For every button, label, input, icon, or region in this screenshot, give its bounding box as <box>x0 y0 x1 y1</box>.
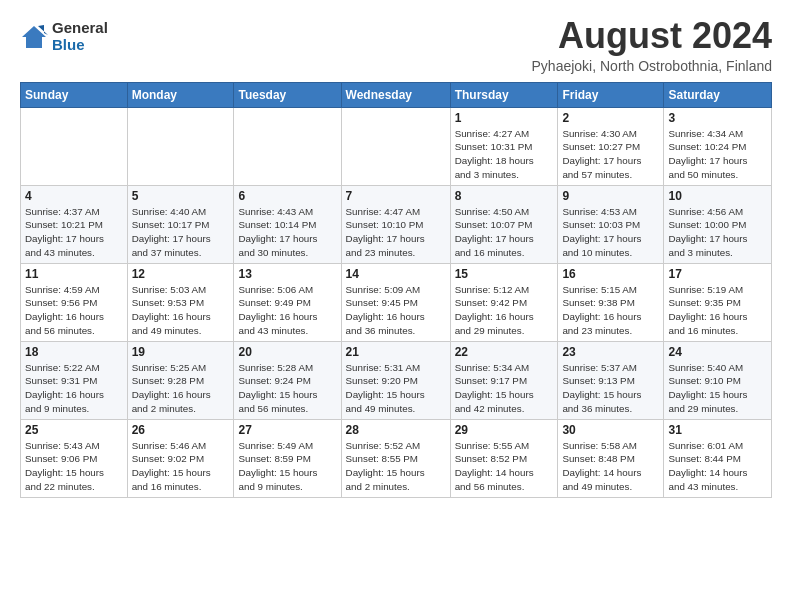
day-number: 20 <box>238 345 336 359</box>
table-row: 27Sunrise: 5:49 AM Sunset: 8:59 PM Dayli… <box>234 419 341 497</box>
table-row: 15Sunrise: 5:12 AM Sunset: 9:42 PM Dayli… <box>450 263 558 341</box>
day-info: Sunrise: 5:25 AM Sunset: 9:28 PM Dayligh… <box>132 361 230 416</box>
col-thursday: Thursday <box>450 82 558 107</box>
day-info: Sunrise: 4:50 AM Sunset: 10:07 PM Daylig… <box>455 205 554 260</box>
day-number: 26 <box>132 423 230 437</box>
day-number: 21 <box>346 345 446 359</box>
day-info: Sunrise: 5:22 AM Sunset: 9:31 PM Dayligh… <box>25 361 123 416</box>
logo: General Blue <box>20 20 108 53</box>
table-row: 10Sunrise: 4:56 AM Sunset: 10:00 PM Dayl… <box>664 185 772 263</box>
calendar-week-row: 4Sunrise: 4:37 AM Sunset: 10:21 PM Dayli… <box>21 185 772 263</box>
page: General Blue August 2024 Pyhaejoki, Nort… <box>0 0 792 508</box>
calendar-header-row: Sunday Monday Tuesday Wednesday Thursday… <box>21 82 772 107</box>
col-sunday: Sunday <box>21 82 128 107</box>
day-number: 23 <box>562 345 659 359</box>
day-info: Sunrise: 5:28 AM Sunset: 9:24 PM Dayligh… <box>238 361 336 416</box>
day-number: 7 <box>346 189 446 203</box>
day-info: Sunrise: 5:43 AM Sunset: 9:06 PM Dayligh… <box>25 439 123 494</box>
day-number: 24 <box>668 345 767 359</box>
table-row: 31Sunrise: 6:01 AM Sunset: 8:44 PM Dayli… <box>664 419 772 497</box>
day-number: 8 <box>455 189 554 203</box>
table-row: 22Sunrise: 5:34 AM Sunset: 9:17 PM Dayli… <box>450 341 558 419</box>
logo-general-text: General <box>52 20 108 37</box>
day-number: 19 <box>132 345 230 359</box>
calendar-week-row: 1Sunrise: 4:27 AM Sunset: 10:31 PM Dayli… <box>21 107 772 185</box>
day-number: 29 <box>455 423 554 437</box>
table-row: 28Sunrise: 5:52 AM Sunset: 8:55 PM Dayli… <box>341 419 450 497</box>
day-info: Sunrise: 5:12 AM Sunset: 9:42 PM Dayligh… <box>455 283 554 338</box>
day-number: 2 <box>562 111 659 125</box>
day-info: Sunrise: 5:19 AM Sunset: 9:35 PM Dayligh… <box>668 283 767 338</box>
table-row: 29Sunrise: 5:55 AM Sunset: 8:52 PM Dayli… <box>450 419 558 497</box>
table-row: 18Sunrise: 5:22 AM Sunset: 9:31 PM Dayli… <box>21 341 128 419</box>
day-number: 25 <box>25 423 123 437</box>
day-info: Sunrise: 5:52 AM Sunset: 8:55 PM Dayligh… <box>346 439 446 494</box>
day-info: Sunrise: 5:03 AM Sunset: 9:53 PM Dayligh… <box>132 283 230 338</box>
day-info: Sunrise: 4:43 AM Sunset: 10:14 PM Daylig… <box>238 205 336 260</box>
day-info: Sunrise: 5:49 AM Sunset: 8:59 PM Dayligh… <box>238 439 336 494</box>
day-info: Sunrise: 4:59 AM Sunset: 9:56 PM Dayligh… <box>25 283 123 338</box>
day-info: Sunrise: 4:47 AM Sunset: 10:10 PM Daylig… <box>346 205 446 260</box>
table-row: 1Sunrise: 4:27 AM Sunset: 10:31 PM Dayli… <box>450 107 558 185</box>
day-number: 13 <box>238 267 336 281</box>
table-row <box>341 107 450 185</box>
day-number: 3 <box>668 111 767 125</box>
day-info: Sunrise: 4:40 AM Sunset: 10:17 PM Daylig… <box>132 205 230 260</box>
table-row: 26Sunrise: 5:46 AM Sunset: 9:02 PM Dayli… <box>127 419 234 497</box>
table-row: 20Sunrise: 5:28 AM Sunset: 9:24 PM Dayli… <box>234 341 341 419</box>
day-info: Sunrise: 6:01 AM Sunset: 8:44 PM Dayligh… <box>668 439 767 494</box>
table-row: 24Sunrise: 5:40 AM Sunset: 9:10 PM Dayli… <box>664 341 772 419</box>
title-area: August 2024 Pyhaejoki, North Ostrobothni… <box>532 16 772 74</box>
calendar: Sunday Monday Tuesday Wednesday Thursday… <box>20 82 772 498</box>
day-info: Sunrise: 5:31 AM Sunset: 9:20 PM Dayligh… <box>346 361 446 416</box>
day-info: Sunrise: 5:06 AM Sunset: 9:49 PM Dayligh… <box>238 283 336 338</box>
table-row: 17Sunrise: 5:19 AM Sunset: 9:35 PM Dayli… <box>664 263 772 341</box>
table-row <box>127 107 234 185</box>
table-row: 23Sunrise: 5:37 AM Sunset: 9:13 PM Dayli… <box>558 341 664 419</box>
day-info: Sunrise: 4:27 AM Sunset: 10:31 PM Daylig… <box>455 127 554 182</box>
day-info: Sunrise: 4:34 AM Sunset: 10:24 PM Daylig… <box>668 127 767 182</box>
table-row <box>21 107 128 185</box>
table-row: 21Sunrise: 5:31 AM Sunset: 9:20 PM Dayli… <box>341 341 450 419</box>
day-info: Sunrise: 5:40 AM Sunset: 9:10 PM Dayligh… <box>668 361 767 416</box>
day-info: Sunrise: 4:56 AM Sunset: 10:00 PM Daylig… <box>668 205 767 260</box>
logo-blue-text: Blue <box>52 37 108 54</box>
table-row: 7Sunrise: 4:47 AM Sunset: 10:10 PM Dayli… <box>341 185 450 263</box>
calendar-week-row: 25Sunrise: 5:43 AM Sunset: 9:06 PM Dayli… <box>21 419 772 497</box>
day-number: 11 <box>25 267 123 281</box>
day-number: 1 <box>455 111 554 125</box>
day-number: 27 <box>238 423 336 437</box>
table-row: 8Sunrise: 4:50 AM Sunset: 10:07 PM Dayli… <box>450 185 558 263</box>
table-row: 2Sunrise: 4:30 AM Sunset: 10:27 PM Dayli… <box>558 107 664 185</box>
table-row: 25Sunrise: 5:43 AM Sunset: 9:06 PM Dayli… <box>21 419 128 497</box>
day-number: 28 <box>346 423 446 437</box>
col-tuesday: Tuesday <box>234 82 341 107</box>
table-row: 11Sunrise: 4:59 AM Sunset: 9:56 PM Dayli… <box>21 263 128 341</box>
col-saturday: Saturday <box>664 82 772 107</box>
col-wednesday: Wednesday <box>341 82 450 107</box>
table-row: 30Sunrise: 5:58 AM Sunset: 8:48 PM Dayli… <box>558 419 664 497</box>
day-number: 17 <box>668 267 767 281</box>
logo-icon <box>20 23 48 51</box>
table-row: 6Sunrise: 4:43 AM Sunset: 10:14 PM Dayli… <box>234 185 341 263</box>
month-title: August 2024 <box>532 16 772 56</box>
day-info: Sunrise: 5:09 AM Sunset: 9:45 PM Dayligh… <box>346 283 446 338</box>
table-row: 4Sunrise: 4:37 AM Sunset: 10:21 PM Dayli… <box>21 185 128 263</box>
table-row: 14Sunrise: 5:09 AM Sunset: 9:45 PM Dayli… <box>341 263 450 341</box>
day-number: 22 <box>455 345 554 359</box>
day-info: Sunrise: 4:37 AM Sunset: 10:21 PM Daylig… <box>25 205 123 260</box>
calendar-week-row: 11Sunrise: 4:59 AM Sunset: 9:56 PM Dayli… <box>21 263 772 341</box>
day-info: Sunrise: 5:55 AM Sunset: 8:52 PM Dayligh… <box>455 439 554 494</box>
day-number: 4 <box>25 189 123 203</box>
header: General Blue August 2024 Pyhaejoki, Nort… <box>20 16 772 74</box>
day-number: 12 <box>132 267 230 281</box>
day-number: 30 <box>562 423 659 437</box>
day-info: Sunrise: 4:53 AM Sunset: 10:03 PM Daylig… <box>562 205 659 260</box>
table-row: 5Sunrise: 4:40 AM Sunset: 10:17 PM Dayli… <box>127 185 234 263</box>
day-number: 5 <box>132 189 230 203</box>
calendar-week-row: 18Sunrise: 5:22 AM Sunset: 9:31 PM Dayli… <box>21 341 772 419</box>
table-row: 13Sunrise: 5:06 AM Sunset: 9:49 PM Dayli… <box>234 263 341 341</box>
day-number: 6 <box>238 189 336 203</box>
day-number: 18 <box>25 345 123 359</box>
day-info: Sunrise: 5:37 AM Sunset: 9:13 PM Dayligh… <box>562 361 659 416</box>
